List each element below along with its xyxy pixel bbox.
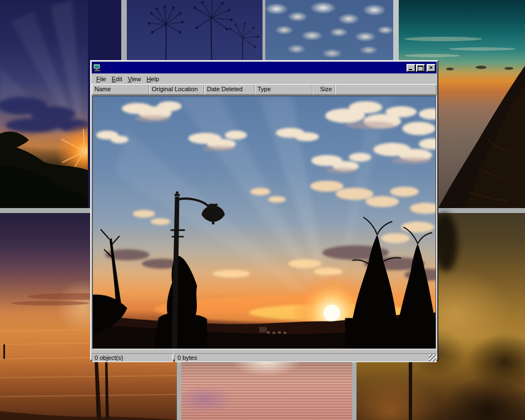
desktop: × File Edit View Help Name Original Loca… [0, 0, 525, 420]
column-header-date-deleted[interactable]: Date Deleted [204, 84, 255, 95]
maximize-button[interactable] [416, 64, 425, 72]
column-header-filler[interactable] [335, 84, 437, 95]
close-button[interactable]: × [427, 64, 435, 72]
menu-help[interactable]: Help [143, 75, 162, 83]
menu-file[interactable]: File [93, 75, 109, 83]
status-bytes-text: 0 bytes [177, 354, 197, 361]
column-header-size[interactable]: Size [313, 84, 335, 95]
recycle-bin-window[interactable]: × File Edit View Help Name Original Loca… [90, 60, 438, 360]
menu-bar: File Edit View Help [92, 73, 437, 84]
resize-grip[interactable] [429, 354, 436, 362]
column-header-type[interactable]: Type [255, 84, 313, 95]
menu-edit[interactable]: Edit [109, 75, 125, 83]
status-bar: 0 object(s) 0 bytes [92, 349, 437, 362]
column-headers: Name Original Location Date Deleted Type… [92, 84, 437, 95]
wallpaper-photo-sunset-rays [0, 0, 88, 208]
status-object-count: 0 object(s) [92, 353, 173, 362]
menu-view[interactable]: View [125, 75, 144, 83]
minimize-button[interactable] [407, 64, 415, 72]
column-header-original-location[interactable]: Original Location [149, 84, 204, 95]
status-byte-count: 0 bytes [175, 353, 437, 362]
window-content-photo[interactable] [92, 95, 437, 349]
pole-silhouette [409, 360, 412, 420]
title-bar[interactable]: × [92, 62, 437, 73]
computer-icon [93, 63, 102, 72]
column-header-name[interactable]: Name [92, 84, 149, 95]
